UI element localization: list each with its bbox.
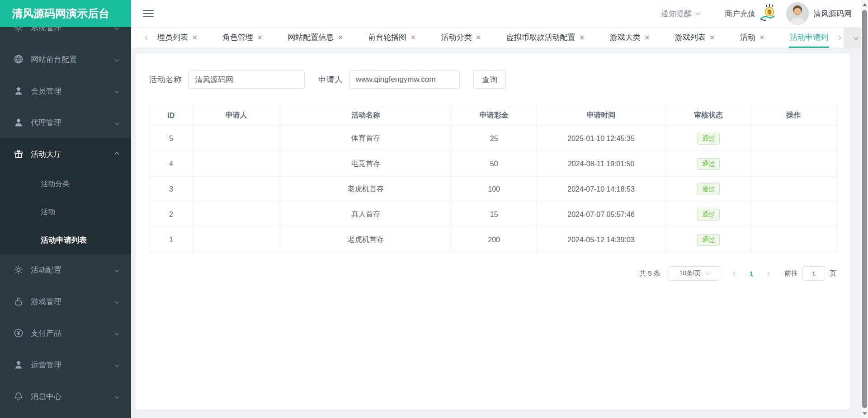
activity-name-label: 活动名称: [149, 74, 182, 85]
tab-close-icon[interactable]: [760, 33, 764, 42]
tab-close-icon[interactable]: [476, 33, 481, 42]
tab-虚拟币取款活动配置[interactable]: 虚拟币取款活动配置: [505, 28, 585, 48]
sidebar-item-游戏管理[interactable]: 游戏管理: [0, 286, 131, 317]
svg-text:$: $: [768, 9, 771, 15]
chevron-down-icon: [115, 331, 119, 335]
applicant-input[interactable]: [349, 70, 460, 89]
search-button[interactable]: 查询: [473, 70, 506, 89]
tab-label: 角色管理: [222, 32, 253, 42]
cell-申请人: [193, 177, 280, 202]
cell-申请时间: 2024-07-07 05:57:46: [536, 202, 665, 227]
cell-审核状态: 通过: [666, 126, 751, 151]
tabs-scroll-left-button[interactable]: [142, 28, 152, 48]
sidebar-item-活动大厅[interactable]: 活动大厅: [0, 138, 131, 170]
sidebar: 清风源码网演示后台 系统管理网站前台配置会员管理代理管理活动大厅活动分类活动活动…: [0, 0, 131, 418]
chevron-down-icon: [115, 299, 119, 304]
applicant-label: 申请人: [318, 74, 343, 85]
tab-网站配置信息[interactable]: 网站配置信息: [287, 28, 344, 48]
scrollbar[interactable]: [861, 0, 868, 418]
cell-申请彩金: 25: [452, 126, 537, 151]
cell-活动名称: 体育首存: [280, 126, 452, 151]
tab-label: 活动: [740, 32, 755, 42]
tab-理员列表[interactable]: 理员列表: [156, 28, 198, 48]
pagination: 共 5 条 10条/页 1 前往 页: [149, 266, 836, 281]
sidebar-item-活动配置[interactable]: 活动配置: [0, 254, 131, 286]
tab-label: 理员列表: [157, 32, 188, 42]
tab-label: 虚拟币取款活动配置: [506, 32, 576, 42]
sidebar-subitem-活动分类[interactable]: 活动分类: [0, 170, 131, 198]
scrollbar-thumb[interactable]: [862, 10, 867, 408]
tab-活动[interactable]: 活动: [739, 28, 765, 48]
scroll-down-arrow[interactable]: [863, 412, 867, 415]
applications-table: ID申请人活动名称申请彩金申请时间审核状态操作 5体育首存252025-01-1…: [149, 105, 836, 253]
merchant-recharge-button[interactable]: 商户充值 $: [725, 3, 779, 24]
sidebar-item-网站前台配置[interactable]: 网站前台配置: [0, 43, 131, 75]
sidebar-item-消息中心[interactable]: 消息中心: [0, 380, 131, 412]
prev-page-button[interactable]: [731, 272, 740, 275]
notice-dropdown[interactable]: 通知提醒: [661, 9, 699, 19]
globe-icon: [14, 54, 24, 64]
tabs-strip: 理员列表角色管理网站配置信息前台轮播图活动分类虚拟币取款活动配置游戏大类游戏列表…: [156, 28, 829, 48]
tab-close-icon[interactable]: [257, 33, 262, 42]
cell-ID: 5: [150, 126, 193, 151]
cell-操作: [751, 227, 836, 253]
page-size-select[interactable]: 10条/页: [669, 266, 720, 281]
goto-label: 前往: [784, 269, 798, 278]
sidebar-item-运营管理[interactable]: 运营管理: [0, 349, 131, 380]
activity-name-input[interactable]: [188, 70, 305, 89]
tab-前台轮播图[interactable]: 前台轮播图: [367, 28, 416, 48]
tab-close-icon[interactable]: [580, 33, 585, 42]
sidebar-item-支付产品[interactable]: 支付产品: [0, 317, 131, 349]
cell-活动名称: 老虎机首存: [280, 177, 452, 202]
sidebar-subitem-活动[interactable]: 活动: [0, 198, 131, 226]
cell-申请彩金: 100: [452, 177, 537, 202]
tab-close-icon[interactable]: [710, 33, 715, 42]
app-logo: 清风源码网演示后台: [0, 0, 131, 27]
gear-icon: [14, 265, 24, 275]
goto-page-input[interactable]: [802, 266, 825, 281]
sidebar-menu: 系统管理网站前台配置会员管理代理管理活动大厅活动分类活动活动申请列表活动配置游戏…: [0, 12, 131, 412]
cell-申请人: [193, 126, 280, 151]
sidebar-item-label: 活动配置: [31, 265, 61, 275]
tab-close-icon[interactable]: [645, 33, 650, 42]
recharge-label: 商户充值: [725, 9, 755, 19]
cell-操作: [751, 126, 836, 151]
cell-活动名称: 真人首存: [280, 202, 452, 227]
scroll-up-arrow[interactable]: [863, 3, 867, 6]
tab-close-icon[interactable]: [338, 33, 343, 42]
tab-活动申请列[interactable]: 活动申请列: [789, 28, 829, 48]
sidebar-item-label: 支付产品: [31, 328, 61, 338]
sidebar-item-label: 消息中心: [31, 391, 61, 402]
status-badge: 通过: [697, 209, 720, 221]
chevron-down-icon: [115, 120, 119, 125]
tab-close-icon[interactable]: [410, 33, 415, 42]
chevron-down-icon: [115, 394, 119, 399]
avatar[interactable]: [786, 2, 809, 25]
sidebar-item-会员管理[interactable]: 会员管理: [0, 75, 131, 107]
gift-icon: [14, 149, 24, 159]
tabs-scroll-right-button[interactable]: [834, 28, 844, 48]
cell-审核状态: 通过: [666, 227, 751, 253]
tab-游戏大类[interactable]: 游戏大类: [609, 28, 651, 48]
hamburger-menu-icon[interactable]: [143, 10, 154, 17]
tab-label: 活动分类: [441, 32, 472, 42]
tab-游戏列表[interactable]: 游戏列表: [674, 28, 716, 48]
sidebar-item-代理管理[interactable]: 代理管理: [0, 107, 131, 138]
notice-label: 通知提醒: [661, 9, 692, 19]
tab-角色管理[interactable]: 角色管理: [222, 28, 263, 48]
cell-活动名称: 电竞首存: [280, 151, 452, 177]
cell-申请时间: 2024-07-10 14:18:53: [536, 177, 665, 202]
user-icon: [14, 117, 24, 127]
tab-活动分类[interactable]: 活动分类: [440, 28, 481, 48]
table-row: 3老虎机首存1002024-07-10 14:18:53通过: [150, 177, 836, 202]
cell-ID: 3: [150, 177, 193, 202]
column-header-申请人: 申请人: [193, 105, 280, 126]
cell-活动名称: 老虎机首存: [280, 227, 452, 253]
tab-close-icon[interactable]: [192, 33, 197, 42]
table-row: 4电竞首存502024-08-11 19:01:50通过: [150, 151, 836, 177]
next-page-button[interactable]: [763, 272, 772, 275]
column-header-操作: 操作: [751, 105, 836, 126]
current-page[interactable]: 1: [750, 270, 753, 277]
topbar: 通知提醒 商户充值 $: [131, 0, 868, 27]
sidebar-subitem-活动申请列表[interactable]: 活动申请列表: [0, 226, 131, 254]
